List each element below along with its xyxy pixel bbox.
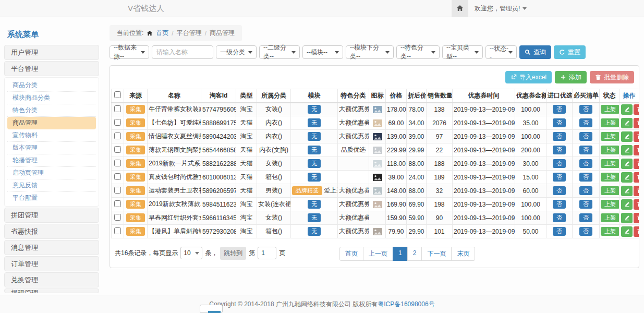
import-select-badge[interactable]: 否 bbox=[553, 186, 566, 195]
filter-select-5[interactable]: --特色分类-- bbox=[396, 45, 440, 59]
edit-button[interactable] bbox=[621, 213, 633, 223]
sidebar-group-平台管理[interactable]: 平台管理 bbox=[4, 61, 99, 76]
sidebar-group-兑换管理[interactable]: 兑换管理 bbox=[4, 272, 99, 287]
sidebar-group-提现管理[interactable]: 提现管理 bbox=[4, 288, 99, 293]
sidebar-group-拼团管理[interactable]: 拼团管理 bbox=[4, 208, 99, 223]
sidebar-item-特色分类[interactable]: 特色分类 bbox=[7, 104, 96, 117]
sidebar-item-轮播管理[interactable]: 轮播管理 bbox=[7, 154, 96, 167]
import-excel-button[interactable]: 导入excel bbox=[505, 71, 552, 83]
delete-button[interactable] bbox=[634, 226, 639, 237]
breadcrumb-home-link[interactable]: 首页 bbox=[156, 29, 168, 38]
edit-button[interactable] bbox=[621, 199, 633, 210]
delete-button[interactable] bbox=[634, 172, 639, 183]
status-badge[interactable]: 上架 bbox=[601, 213, 619, 222]
sidebar-group-用户管理[interactable]: 用户管理 bbox=[4, 45, 99, 60]
must-buy-badge[interactable]: 否 bbox=[579, 186, 592, 195]
home-button[interactable] bbox=[452, 0, 468, 17]
page-size-select[interactable]: 10 bbox=[180, 247, 202, 259]
icp-link[interactable]: 粤ICP备16098006号 bbox=[378, 300, 434, 309]
import-select-badge[interactable]: 否 bbox=[553, 200, 566, 209]
sidebar-group-消息管理[interactable]: 消息管理 bbox=[4, 240, 99, 255]
edit-button[interactable] bbox=[621, 159, 633, 169]
row-checkbox[interactable] bbox=[114, 160, 121, 166]
row-checkbox[interactable] bbox=[114, 173, 121, 180]
page-button-1[interactable]: 1 bbox=[393, 247, 408, 261]
import-select-badge[interactable]: 否 bbox=[553, 132, 566, 141]
filter-select-4[interactable]: --模块下分类-- bbox=[346, 45, 394, 59]
delete-button[interactable] bbox=[634, 145, 639, 155]
filter-select-6[interactable]: --宝贝类型-- bbox=[442, 45, 483, 59]
user-menu[interactable]: 欢迎您，管理员! bbox=[475, 4, 527, 13]
status-badge[interactable]: 上架 bbox=[601, 173, 619, 182]
must-buy-badge[interactable]: 否 bbox=[579, 173, 592, 182]
edit-button[interactable] bbox=[621, 145, 633, 155]
status-badge[interactable]: 上架 bbox=[601, 227, 619, 236]
filter-select-2[interactable]: --二级分类-- bbox=[259, 45, 300, 59]
must-buy-badge[interactable]: 否 bbox=[579, 227, 592, 236]
sidebar-item-意见反馈[interactable]: 意见反馈 bbox=[7, 179, 96, 192]
edit-button[interactable] bbox=[621, 131, 633, 142]
page-button-下一页[interactable]: 下一页 bbox=[421, 247, 452, 261]
row-checkbox[interactable] bbox=[114, 105, 121, 112]
row-checkbox[interactable] bbox=[114, 119, 121, 126]
must-buy-badge[interactable]: 否 bbox=[579, 200, 592, 209]
must-buy-badge[interactable]: 否 bbox=[579, 159, 592, 168]
filter-select-0[interactable]: --数据来源-- bbox=[110, 45, 149, 59]
name-search-input[interactable] bbox=[152, 45, 213, 59]
page-button-首页[interactable]: 首页 bbox=[339, 247, 363, 261]
edit-button[interactable] bbox=[621, 226, 633, 237]
edit-button[interactable] bbox=[621, 186, 633, 196]
delete-button[interactable] bbox=[634, 186, 639, 196]
page-button-末页[interactable]: 末页 bbox=[451, 247, 475, 261]
filter-select-3[interactable]: --模块-- bbox=[302, 45, 343, 59]
filter-select-1[interactable]: 一级分类 bbox=[216, 45, 257, 59]
delete-button[interactable] bbox=[634, 131, 639, 142]
sidebar-item-启动页管理[interactable]: 启动页管理 bbox=[7, 167, 96, 179]
row-checkbox[interactable] bbox=[114, 187, 121, 194]
status-badge[interactable]: 上架 bbox=[601, 118, 619, 127]
sidebar-group-订单管理[interactable]: 订单管理 bbox=[4, 256, 99, 271]
sidebar-item-宣传物料[interactable]: 宣传物料 bbox=[7, 129, 96, 142]
must-buy-badge[interactable]: 否 bbox=[579, 213, 592, 222]
reset-button[interactable]: 重置 bbox=[554, 45, 586, 59]
must-buy-badge[interactable]: 否 bbox=[579, 146, 592, 154]
status-badge[interactable]: 上架 bbox=[601, 186, 619, 195]
filter-select-7[interactable]: --状态-- bbox=[485, 45, 517, 59]
sidebar-item-版本管理[interactable]: 版本管理 bbox=[7, 142, 96, 154]
delete-button[interactable] bbox=[634, 104, 639, 115]
delete-button[interactable] bbox=[634, 118, 639, 128]
jump-button[interactable]: 跳转到 bbox=[220, 247, 246, 260]
delete-button[interactable] bbox=[634, 213, 639, 223]
row-checkbox[interactable] bbox=[114, 227, 121, 234]
jump-page-input[interactable] bbox=[258, 247, 276, 259]
status-badge[interactable]: 上架 bbox=[601, 200, 619, 209]
row-checkbox[interactable] bbox=[114, 146, 121, 153]
must-buy-badge[interactable]: 否 bbox=[579, 105, 592, 114]
edit-button[interactable] bbox=[621, 104, 633, 115]
status-badge[interactable]: 上架 bbox=[601, 105, 619, 114]
status-badge[interactable]: 上架 bbox=[601, 146, 619, 154]
batch-delete-button[interactable]: 批量删除 bbox=[590, 71, 634, 83]
sidebar-item-模块商品分类[interactable]: 模块商品分类 bbox=[7, 92, 96, 104]
import-select-badge[interactable]: 否 bbox=[553, 173, 566, 182]
row-checkbox[interactable] bbox=[114, 214, 121, 221]
must-buy-badge[interactable]: 否 bbox=[579, 132, 592, 141]
sidebar-item-平台配置[interactable]: 平台配置 bbox=[7, 192, 96, 204]
page-button-上一页[interactable]: 上一页 bbox=[363, 247, 393, 261]
row-checkbox[interactable] bbox=[114, 133, 121, 139]
row-checkbox[interactable] bbox=[114, 200, 121, 207]
page-button-2[interactable]: 2 bbox=[407, 247, 422, 261]
edit-button[interactable] bbox=[621, 118, 633, 128]
edit-button[interactable] bbox=[621, 172, 633, 183]
status-badge[interactable]: 上架 bbox=[601, 159, 619, 168]
import-select-badge[interactable]: 否 bbox=[553, 146, 566, 154]
sidebar-group-省惠快报[interactable]: 省惠快报 bbox=[4, 224, 99, 239]
delete-button[interactable] bbox=[634, 199, 639, 210]
search-button[interactable]: 查询 bbox=[519, 45, 551, 59]
import-select-badge[interactable]: 否 bbox=[553, 159, 566, 168]
select-all-checkbox[interactable] bbox=[114, 91, 121, 98]
import-select-badge[interactable]: 否 bbox=[553, 227, 566, 236]
add-button[interactable]: 添加 bbox=[555, 71, 587, 83]
delete-button[interactable] bbox=[634, 159, 639, 169]
sidebar-item-商品管理[interactable]: 商品管理 bbox=[7, 117, 96, 129]
